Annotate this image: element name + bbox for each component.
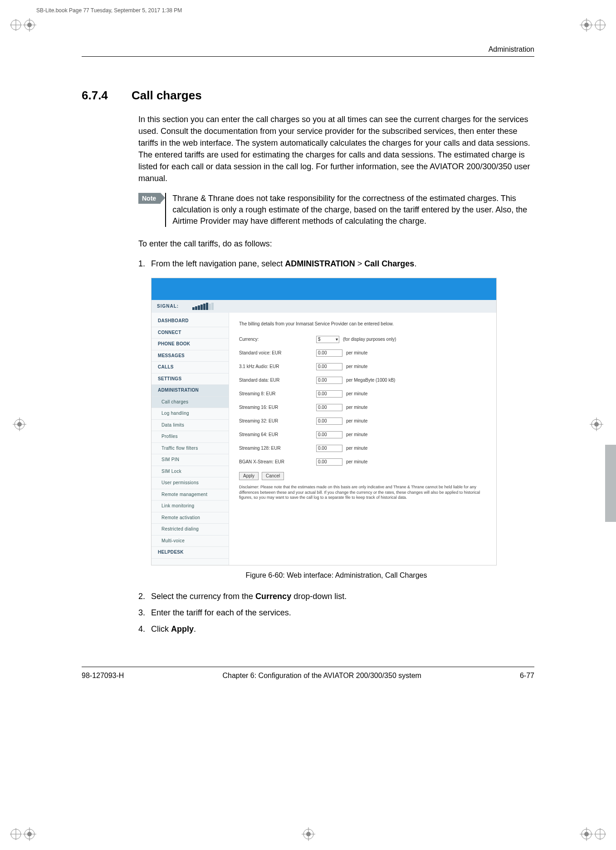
s64-unit: per minute [346, 432, 367, 438]
audio31-label: 3.1 kHz Audio: EUR [239, 364, 316, 370]
std-data-input[interactable]: 0.00 [316, 377, 342, 384]
nav-helpdesk[interactable]: HELPDESK [152, 547, 229, 559]
nav-multi-voice[interactable]: Multi-voice [152, 536, 229, 547]
step-num-3: 3. [138, 607, 151, 619]
side-thumb-tab [605, 445, 616, 522]
std-data-unit: per MegaByte (1000 kB) [346, 377, 395, 384]
ss-disclaimer: Disclaimer: Please note that the estimat… [239, 485, 486, 500]
s8-unit: per minute [346, 391, 367, 398]
std-voice-unit: per minute [346, 350, 367, 357]
note-label: Note [138, 193, 161, 204]
s32-input[interactable]: 0.00 [316, 418, 342, 425]
audio31-unit: per minute [346, 364, 367, 370]
reg-mark-tr [580, 18, 607, 32]
ss-sidebar: DASHBOARD CONNECT PHONE BOOK MESSAGES CA… [152, 313, 229, 565]
s64-input[interactable]: 0.00 [316, 431, 342, 438]
currency-select[interactable]: $ ▾ [316, 336, 339, 343]
nav-settings[interactable]: SETTINGS [152, 373, 229, 385]
nav-log-handling[interactable]: Log handling [152, 408, 229, 420]
nav-remote-activation[interactable]: Remote activation [152, 512, 229, 524]
s16-label: Streaming 16: EUR [239, 404, 316, 411]
intro-paragraph: In this section you can enter the call c… [138, 113, 534, 185]
nav-messages[interactable]: MESSAGES [152, 350, 229, 362]
ss-header-bar [152, 278, 496, 300]
section-title: Call charges [132, 88, 202, 103]
s16-unit: per minute [346, 404, 367, 411]
nav-call-charges[interactable]: Call charges [152, 397, 229, 408]
section-number: 6.7.4 [82, 88, 132, 103]
nav-remote-management[interactable]: Remote management [152, 489, 229, 501]
ss-intro-text: The billing details from your Inmarsat S… [239, 321, 486, 328]
figure-caption: Figure 6-60: Web interface: Administrati… [138, 570, 534, 580]
currency-label: Currency: [239, 336, 316, 343]
step-1: From the left navigation pane, select AD… [151, 258, 416, 270]
reg-mark-ml [13, 418, 26, 431]
embedded-screenshot: SIGNAL: DASHBOARD CONNECT PHONE BOOK MES… [151, 278, 497, 565]
chevron-down-icon: ▾ [336, 336, 338, 343]
page-footer: 98-127093-H Chapter 6: Configuration of … [82, 667, 534, 680]
std-voice-label: Standard voice: EUR [239, 350, 316, 357]
ss-signal-row: SIGNAL: [152, 300, 496, 313]
step-num-2: 2. [138, 590, 151, 602]
s32-label: Streaming 32: EUR [239, 418, 316, 425]
footer-docnum: 98-127093-H [82, 672, 124, 680]
bgan-unit: per minute [346, 459, 367, 466]
s32-unit: per minute [346, 418, 367, 425]
signal-bars-icon [192, 303, 214, 310]
step-num-1: 1. [138, 258, 151, 270]
ss-content: The billing details from your Inmarsat S… [229, 313, 496, 565]
nav-profiles[interactable]: Profiles [152, 431, 229, 443]
nav-link-monitoring[interactable]: Link monitoring [152, 501, 229, 512]
lead-in: To enter the call tariffs, do as follows… [138, 238, 534, 250]
std-data-label: Standard data: EUR [239, 377, 316, 384]
nav-user-permissions[interactable]: User permissions [152, 477, 229, 489]
bgan-label: BGAN X-Stream: EUR [239, 459, 316, 466]
reg-mark-tl [9, 18, 36, 32]
std-voice-input[interactable]: 0.00 [316, 349, 342, 357]
step-2: Select the currency from the Currency dr… [151, 590, 347, 602]
footer-pagenum: 6-77 [520, 672, 534, 680]
nav-administration[interactable]: ADMINISTRATION [152, 385, 229, 397]
apply-button[interactable]: Apply [239, 472, 259, 481]
nav-sim-lock[interactable]: SIM Lock [152, 466, 229, 478]
crop-text: SB-Lite.book Page 77 Tuesday, September … [36, 7, 182, 14]
s16-input[interactable]: 0.00 [316, 404, 342, 411]
nav-connect[interactable]: CONNECT [152, 327, 229, 339]
audio31-input[interactable]: 0.00 [316, 363, 342, 370]
s128-input[interactable]: 0.00 [316, 445, 342, 452]
nav-data-limits[interactable]: Data limits [152, 420, 229, 432]
s8-label: Streaming 8: EUR [239, 391, 316, 398]
bgan-input[interactable]: 0.00 [316, 458, 342, 466]
footer-chapter: Chapter 6: Configuration of the AVIATOR … [222, 672, 421, 680]
running-header: Administration [82, 45, 534, 57]
s64-label: Streaming 64: EUR [239, 432, 316, 438]
note-text: Thrane & Thrane does not take responsibi… [165, 193, 534, 227]
reg-mark-mr [590, 418, 603, 431]
nav-dashboard[interactable]: DASHBOARD [152, 315, 229, 327]
step-3: Enter the tariff for each of the service… [151, 607, 291, 619]
nav-calls[interactable]: CALLS [152, 362, 229, 373]
signal-label: SIGNAL: [157, 303, 179, 310]
nav-sim-pin[interactable]: SIM PIN [152, 454, 229, 466]
s128-label: Streaming 128: EUR [239, 445, 316, 452]
step-4: Click Apply. [151, 623, 196, 635]
step-num-4: 4. [138, 623, 151, 635]
nav-phone-book[interactable]: PHONE BOOK [152, 339, 229, 350]
nav-traffic-flow-filters[interactable]: Traffic flow filters [152, 443, 229, 455]
currency-note: (for display purposes only) [343, 336, 396, 343]
s8-input[interactable]: 0.00 [316, 390, 342, 398]
s128-unit: per minute [346, 445, 367, 452]
nav-restricted-dialing[interactable]: Restricted dialing [152, 524, 229, 536]
cancel-button[interactable]: Cancel [262, 472, 284, 481]
